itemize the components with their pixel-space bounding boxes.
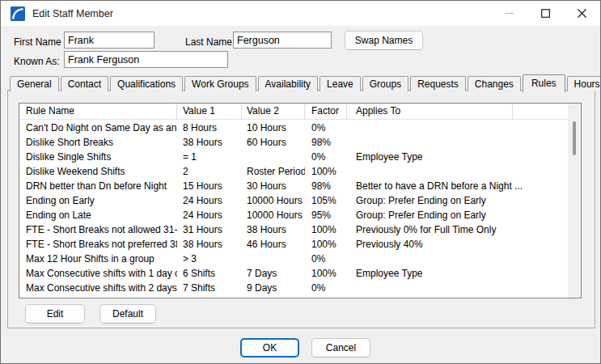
column-header[interactable]: Rule Name xyxy=(19,104,177,120)
table-row[interactable]: DRN better than Dn before Night15 Hours3… xyxy=(19,179,568,193)
tab-groups[interactable]: Groups xyxy=(362,76,408,91)
table-row[interactable]: Dislike Single Shifts= 10%Employee Type xyxy=(19,150,568,164)
rules-list: Rule NameValue 1Value 2FactorApplies To … xyxy=(19,103,582,298)
column-header[interactable]: Value 2 xyxy=(242,104,305,120)
table-cell: 8 Hours xyxy=(177,121,242,135)
table-cell: Max Consecutive shifts with 2 days off xyxy=(19,281,177,295)
tab-availability[interactable]: Availability xyxy=(258,76,318,91)
edit-staff-member-dialog: Edit Staff Member First Name Last Name S… xyxy=(0,0,601,364)
table-cell: Ending on Early xyxy=(19,193,177,208)
table-row[interactable]: Max Consecutive shifts with 1 day off6 S… xyxy=(19,266,568,281)
table-cell: 24 Hours xyxy=(177,208,242,222)
table-cell: = 1 xyxy=(177,150,242,164)
table-cell xyxy=(242,150,305,164)
table-cell: 60 Hours xyxy=(242,135,305,150)
table-cell: 100% xyxy=(305,222,347,237)
tab-leave[interactable]: Leave xyxy=(320,76,361,91)
table-cell: DRN better than Dn before Night xyxy=(19,179,177,193)
table-cell: > 3 xyxy=(177,295,242,298)
table-cell xyxy=(347,121,568,135)
ok-button[interactable]: OK xyxy=(240,338,299,358)
column-header[interactable]: Applies To xyxy=(347,104,513,120)
table-row[interactable]: Dislike Short Breaks38 Hours60 Hours98% xyxy=(19,135,568,150)
table-row[interactable]: Max Consecutive shifts with 2 days off7 … xyxy=(19,281,568,295)
table-row[interactable]: Can't Do Night on Same Day as an e...8 H… xyxy=(19,121,568,135)
window-title: Edit Staff Member xyxy=(32,8,113,19)
known-as-label: Known As: xyxy=(14,56,60,67)
table-cell: FTE - Short Breaks not preferred 38-... xyxy=(19,237,177,252)
table-row[interactable]: Ending on Early24 Hours10000 Hours105%Gr… xyxy=(19,193,568,208)
table-cell: 38 Hours xyxy=(242,222,305,237)
table-cell: 95% xyxy=(305,208,347,222)
first-name-field[interactable] xyxy=(64,32,154,49)
tab-rules[interactable]: Rules xyxy=(523,74,565,92)
table-cell: 38 Hours xyxy=(177,135,242,150)
titlebar: Edit Staff Member xyxy=(1,1,600,26)
table-row[interactable]: Max Early 12 Hour Shifts in a Group> 30% xyxy=(19,295,568,298)
table-cell xyxy=(242,252,305,266)
table-cell: 0% xyxy=(305,281,347,295)
table-cell: 7 Days xyxy=(242,266,305,281)
table-row[interactable]: Ending on Late24 Hours10000 Hours95%Grou… xyxy=(19,208,568,222)
table-cell: FTE - Short Breaks not allowed 31-3... xyxy=(19,222,177,237)
table-cell: 2 xyxy=(177,164,242,179)
table-cell: Previously 40% xyxy=(347,237,568,252)
minimize-icon xyxy=(491,1,527,26)
column-header[interactable]: Value 1 xyxy=(177,104,242,120)
table-cell: 10000 Hours xyxy=(242,193,305,208)
table-row[interactable]: Dislike Weekend Shifts2Roster Period100% xyxy=(19,164,568,179)
tab-hours[interactable]: Hours xyxy=(567,76,601,91)
table-cell: 31 Hours xyxy=(177,222,242,237)
scrollbar-thumb[interactable] xyxy=(573,121,576,155)
edit-button[interactable]: Edit xyxy=(25,304,85,324)
table-cell: Roster Period xyxy=(242,164,305,179)
table-cell: 100% xyxy=(305,237,347,252)
first-name-label: First Name xyxy=(14,36,61,48)
table-cell xyxy=(347,135,568,150)
table-cell: Max Consecutive shifts with 1 day off xyxy=(19,266,177,281)
table-cell: Ending on Late xyxy=(19,208,177,222)
table-cell: Can't Do Night on Same Day as an e... xyxy=(19,121,177,135)
last-name-field[interactable] xyxy=(233,32,332,49)
table-cell: Max 12 Hour Shifts in a group xyxy=(19,252,177,266)
table-cell: 6 Shifts xyxy=(177,266,242,281)
table-cell: Employee Type xyxy=(347,266,568,281)
table-cell: 10000 Hours xyxy=(242,208,305,222)
table-cell: Employee Type xyxy=(347,150,568,164)
table-row[interactable]: FTE - Short Breaks not allowed 31-3...31… xyxy=(19,222,568,237)
table-cell: 0% xyxy=(305,121,347,135)
tab-strip: GeneralContactQualificationsWork GroupsA… xyxy=(10,74,601,91)
table-cell: Max Early 12 Hour Shifts in a Group xyxy=(19,295,177,298)
last-name-label: Last Name xyxy=(185,36,232,48)
table-cell: 0% xyxy=(305,150,347,164)
table-row[interactable]: Max 12 Hour Shifts in a group> 30% xyxy=(19,252,568,266)
tab-contact[interactable]: Contact xyxy=(61,76,108,91)
table-cell: 98% xyxy=(305,179,347,193)
table-cell: 9 Days xyxy=(242,281,305,295)
table-cell: 24 Hours xyxy=(177,193,242,208)
tab-changes[interactable]: Changes xyxy=(468,76,521,91)
default-button[interactable]: Default xyxy=(99,304,156,324)
maximize-icon[interactable] xyxy=(527,1,564,26)
known-as-field[interactable] xyxy=(64,51,228,68)
tab-general[interactable]: General xyxy=(10,76,59,91)
close-icon[interactable] xyxy=(564,1,600,26)
tab-requests[interactable]: Requests xyxy=(410,76,466,91)
table-cell: 10 Hours xyxy=(242,121,305,135)
tab-work-groups[interactable]: Work Groups xyxy=(184,76,256,91)
tab-qualifications[interactable]: Qualifications xyxy=(110,76,183,91)
column-header[interactable] xyxy=(513,104,568,120)
table-cell: > 3 xyxy=(177,252,242,266)
cancel-button[interactable]: Cancel xyxy=(311,338,370,358)
table-cell: Group: Prefer Ending on Early xyxy=(347,208,568,222)
table-cell: 38 Hours xyxy=(177,237,242,252)
table-cell: 7 Shifts xyxy=(177,281,242,295)
table-row[interactable]: FTE - Short Breaks not preferred 38-...3… xyxy=(19,237,568,252)
table-cell: 30 Hours xyxy=(242,179,305,193)
table-cell: 0% xyxy=(305,252,347,266)
table-cell xyxy=(242,295,305,298)
vertical-scrollbar[interactable] xyxy=(568,104,581,298)
table-cell xyxy=(347,252,568,266)
swap-names-button[interactable]: Swap Names xyxy=(345,31,423,50)
column-header[interactable]: Factor xyxy=(305,104,347,120)
